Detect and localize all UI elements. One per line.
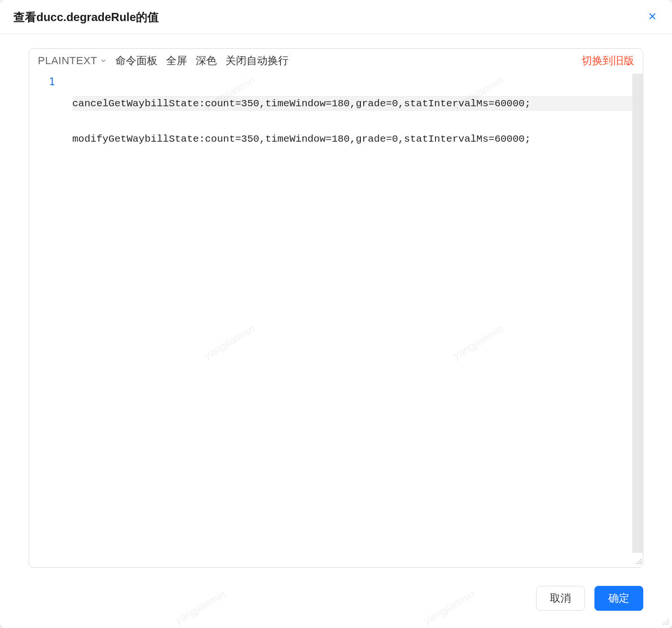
language-selector[interactable]: PLAINTEXT: [38, 55, 107, 67]
svg-point-13: [668, 624, 669, 625]
language-label: PLAINTEXT: [38, 55, 97, 67]
svg-point-12: [665, 624, 666, 625]
editor-body[interactable]: 1 cancelGetWaybillState:count=350,timeWi…: [29, 73, 643, 567]
toggle-wrap-button[interactable]: 关闭自动换行: [225, 54, 289, 68]
editor-resize-handle[interactable]: [632, 557, 642, 566]
resize-icon: [661, 618, 669, 627]
close-icon: [648, 12, 657, 22]
svg-point-10: [668, 621, 669, 622]
fullscreen-button[interactable]: 全屏: [166, 54, 187, 68]
resize-icon: [634, 557, 642, 566]
svg-point-4: [640, 561, 641, 562]
svg-point-2: [640, 559, 641, 560]
modal-body: PLAINTEXT 命令面板 全屏 深色 关闭自动换行 切换到旧版: [0, 34, 672, 572]
code-line: cancelGetWaybillState:count=350,timeWind…: [72, 96, 643, 111]
modal-footer: 取消 确定: [0, 572, 672, 628]
svg-point-5: [637, 563, 638, 564]
svg-point-3: [638, 561, 639, 562]
dark-mode-button[interactable]: 深色: [196, 54, 217, 68]
config-value-modal: 查看ducc.degradeRule的值 PLAINTEXT: [0, 0, 672, 628]
chevron-down-icon: [100, 57, 107, 64]
close-button[interactable]: [646, 10, 659, 24]
modal-header: 查看ducc.degradeRule的值: [0, 0, 672, 34]
svg-point-8: [668, 619, 669, 620]
svg-point-6: [638, 563, 639, 564]
toolbar-left: PLAINTEXT 命令面板 全屏 深色 关闭自动换行: [38, 54, 289, 68]
code-content[interactable]: cancelGetWaybillState:count=350,timeWind…: [69, 73, 643, 567]
scrollbar-vertical[interactable]: [632, 74, 643, 553]
line-number: 1: [29, 75, 69, 89]
code-editor: PLAINTEXT 命令面板 全屏 深色 关闭自动换行 切换到旧版: [29, 48, 643, 568]
svg-point-7: [640, 563, 641, 564]
code-line: modifyGetWaybillState:count=350,timeWind…: [72, 132, 643, 146]
switch-old-version-button[interactable]: 切换到旧版: [582, 54, 634, 68]
modal-resize-handle[interactable]: [661, 617, 669, 625]
editor-toolbar: PLAINTEXT 命令面板 全屏 深色 关闭自动换行 切换到旧版: [29, 49, 643, 73]
svg-point-11: [663, 624, 664, 625]
command-panel-button[interactable]: 命令面板: [115, 54, 157, 68]
modal-title: 查看ducc.degradeRule的值: [13, 10, 159, 25]
confirm-button[interactable]: 确定: [594, 586, 643, 611]
cancel-button[interactable]: 取消: [536, 586, 585, 611]
svg-point-9: [665, 621, 666, 622]
line-gutter: 1: [29, 73, 69, 567]
